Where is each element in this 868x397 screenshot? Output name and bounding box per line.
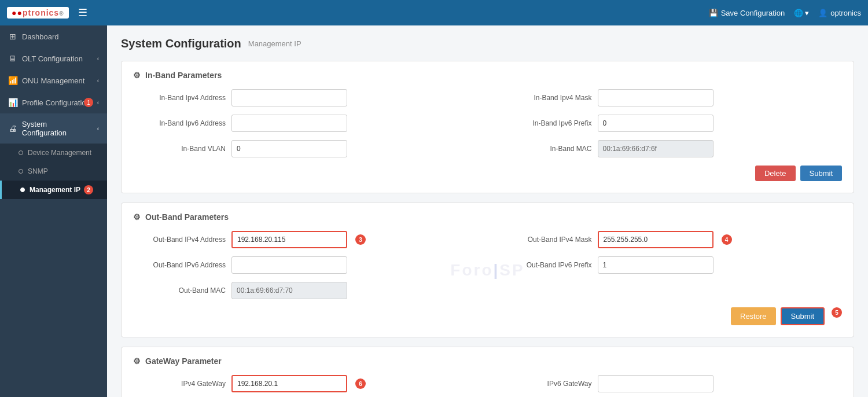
navbar: ●●ptronics® ☰ 💾 Save Configuration 🌐 ▾ 👤… — [0, 0, 868, 25]
sidebar-item-onu-mgmt[interactable]: 📶 ONU Management ‹ — [0, 69, 107, 91]
inband-vlan-input[interactable] — [231, 140, 347, 157]
gateway-section-title: ⚙ GateWay Parameter — [133, 356, 842, 366]
save-icon: 💾 — [709, 9, 718, 17]
inband-ipv6-address-label: In-Band Ipv6 Address — [133, 119, 226, 127]
olt-icon: 🖥 — [8, 54, 17, 63]
arrow-icon: ‹ — [97, 56, 99, 62]
sidebar-sub-label: Device Management — [28, 149, 91, 157]
outband-mac-input — [231, 282, 347, 299]
gateway-ipv4-row: IPv4 GateWay 6 — [133, 375, 476, 392]
sidebar-item-label: Dashboard — [22, 32, 59, 41]
outband-restore-button[interactable]: Restore — [731, 307, 776, 325]
outband-ipv6-address-label: Out-Band IPv6 Address — [133, 261, 226, 269]
annotation-5: 5 — [832, 307, 842, 318]
sidebar-item-label: ONU Management — [22, 76, 84, 85]
system-icon: 🖨 — [8, 124, 17, 133]
navbar-right: 💾 Save Configuration 🌐 ▾ 👤 optronics — [709, 9, 861, 17]
inband-mac-row: In-Band MAC — [499, 140, 843, 157]
annotation-3: 3 — [355, 234, 366, 245]
inband-ipv6-prefix-label: In-Band Ipv6 Prefix — [499, 119, 592, 127]
save-config-label: Save Configuration — [721, 9, 785, 17]
outband-form: Out-Band IPv4 Address 3 Out-Band IPv4 Ma… — [133, 231, 842, 299]
inband-ipv4-mask-input[interactable] — [598, 89, 713, 106]
gateway-ipv4-label: IPv4 GateWay — [133, 380, 226, 388]
outband-ipv4-address-input[interactable] — [231, 231, 347, 248]
sidebar: ⊞ Dashboard 🖥 OLT Configuration ‹ 📶 ONU … — [0, 25, 107, 397]
outband-ipv6-address-input[interactable] — [231, 256, 347, 274]
inband-vlan-row: In-Band VLAN — [133, 140, 476, 157]
inband-btn-row: Delete Submit — [133, 166, 842, 181]
navbar-left: ●●ptronics® ☰ — [7, 6, 87, 19]
badge-2: 2 — [84, 185, 93, 194]
gateway-icon: ⚙ — [133, 356, 141, 366]
outband-ipv6-address-row: Out-Band IPv6 Address — [133, 256, 476, 274]
outband-section: Foro|SP ⚙ Out-Band Parameters Out-Band I… — [121, 203, 854, 337]
badge-1: 1 — [84, 98, 93, 107]
sidebar-item-olt-config[interactable]: 🖥 OLT Configuration ‹ — [0, 47, 107, 69]
inband-delete-button[interactable]: Delete — [755, 166, 796, 181]
inband-icon: ⚙ — [133, 71, 141, 80]
sidebar-item-snmp[interactable]: SNMP — [0, 162, 107, 181]
inband-section-title: ⚙ In-Band Parameters — [133, 71, 842, 80]
language-selector[interactable]: 🌐 ▾ — [794, 9, 809, 17]
username-label: optronics — [830, 9, 861, 17]
outband-ipv6-prefix-row: Out-Band IPv6 Prefix — [499, 256, 843, 274]
annotation-6: 6 — [355, 378, 366, 389]
profile-icon: 📊 — [8, 98, 17, 107]
sidebar-item-profile-config[interactable]: 📊 Profile Configuration 1 ‹ — [0, 91, 107, 113]
inband-ipv4-mask-row: In-Band Ipv4 Mask — [499, 89, 843, 106]
save-config-button[interactable]: 💾 Save Configuration — [709, 9, 785, 17]
sidebar-item-label: OLT Configuration — [22, 54, 83, 63]
outband-btn-row: Restore Submit 5 — [133, 307, 842, 325]
outband-ipv4-mask-label: Out-Band IPv4 Mask — [499, 236, 592, 244]
outband-ipv6-prefix-input[interactable] — [598, 256, 713, 274]
user-menu[interactable]: 👤 optronics — [818, 9, 861, 17]
gateway-form: IPv4 GateWay 6 IPv6 GateWay — [133, 375, 842, 392]
dashboard-icon: ⊞ — [8, 32, 17, 41]
outband-mac-row: Out-Band MAC — [133, 282, 476, 299]
user-icon: 👤 — [818, 9, 827, 17]
outband-ipv4-mask-row: Out-Band IPv4 Mask 4 — [499, 231, 843, 248]
inband-ipv4-mask-label: In-Band Ipv4 Mask — [499, 94, 592, 102]
annotation-4: 4 — [722, 234, 732, 245]
app-layout: ⊞ Dashboard 🖥 OLT Configuration ‹ 📶 ONU … — [0, 25, 868, 397]
dot-icon — [19, 150, 23, 155]
page-header: System Configuration Management IP — [121, 37, 854, 50]
outband-ipv4-address-label: Out-Band IPv4 Address — [133, 236, 226, 244]
arrow-icon: ‹ — [97, 78, 99, 84]
outband-ipv4-address-row: Out-Band IPv4 Address 3 — [133, 231, 476, 248]
sidebar-item-label: Profile Configuration — [22, 98, 90, 107]
outband-ipv6-prefix-label: Out-Band IPv6 Prefix — [499, 261, 592, 269]
outband-section-title: ⚙ Out-Band Parameters — [133, 212, 842, 222]
outband-submit-button[interactable]: Submit — [781, 307, 825, 325]
arrow-icon: ‹ — [97, 126, 99, 132]
onu-icon: 📶 — [8, 76, 17, 85]
sidebar-sub-label: Management IP — [30, 186, 80, 194]
outband-mac-label: Out-Band MAC — [133, 286, 226, 295]
sidebar-item-device-mgmt[interactable]: Device Management — [0, 144, 107, 162]
sidebar-item-system-config[interactable]: 🖨 System Configuration ‹ — [0, 113, 107, 144]
inband-vlan-label: In-Band VLAN — [133, 145, 226, 153]
inband-ipv6-address-input[interactable] — [231, 115, 347, 132]
gateway-ipv6-input[interactable] — [598, 375, 713, 392]
inband-ipv4-address-input[interactable] — [231, 89, 347, 106]
lang-arrow: ▾ — [805, 9, 809, 17]
sidebar-item-dashboard[interactable]: ⊞ Dashboard — [0, 25, 107, 47]
dot-icon — [19, 169, 23, 174]
inband-ipv4-address-label: In-Band Ipv4 Address — [133, 94, 226, 102]
page-title: System Configuration — [121, 37, 241, 50]
inband-ipv6-prefix-input[interactable] — [598, 115, 713, 132]
outband-icon: ⚙ — [133, 212, 141, 222]
dot-icon — [20, 188, 25, 192]
arrow-icon: ‹ — [97, 100, 99, 106]
sidebar-item-label: System Configuration — [22, 120, 93, 137]
hamburger-icon[interactable]: ☰ — [78, 6, 87, 19]
inband-submit-button[interactable]: Submit — [800, 166, 842, 181]
globe-icon: 🌐 — [794, 9, 803, 17]
outband-ipv4-mask-input[interactable] — [598, 231, 713, 248]
sidebar-item-management-ip[interactable]: Management IP 2 — [0, 181, 107, 199]
inband-section: ⚙ In-Band Parameters In-Band Ipv4 Addres… — [121, 61, 854, 193]
gateway-ipv4-input[interactable] — [231, 375, 347, 392]
brand-logo: ●●ptronics® — [7, 7, 69, 19]
gateway-section: ⚙ GateWay Parameter IPv4 GateWay 6 IPv6 … — [121, 347, 854, 397]
